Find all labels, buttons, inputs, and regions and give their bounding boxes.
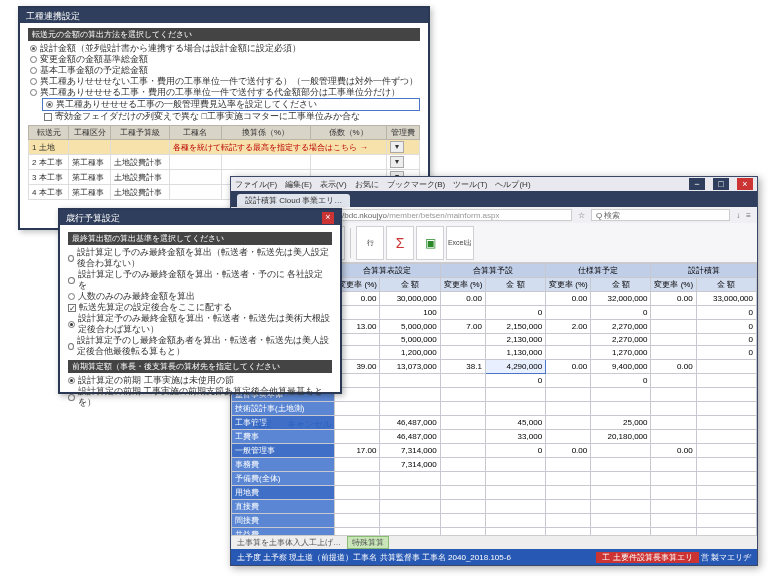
cell-amt[interactable] [380, 472, 440, 486]
minimize-button[interactable]: − [689, 178, 705, 190]
cell-pct[interactable] [546, 500, 591, 514]
cell-pct[interactable] [651, 402, 696, 416]
cell-amt[interactable] [485, 528, 545, 536]
cell-amt[interactable] [380, 486, 440, 500]
cell-pct[interactable] [546, 514, 591, 528]
cell-pct[interactable] [651, 458, 696, 472]
tool-sum[interactable]: Σ [386, 226, 414, 260]
dlg-opt[interactable]: 設計算定の前期 工事実施の前期支節あ算定後合他算最基もとを） [68, 386, 332, 408]
dlg-opt[interactable]: 設計算定の前期 工事実施は未使用の節 [68, 375, 332, 386]
cell-pct[interactable]: 0.00 [651, 360, 696, 374]
cell-amt[interactable]: 25,000 [591, 416, 651, 430]
cell-pct[interactable] [440, 388, 485, 402]
cell-pct[interactable]: 0.00 [651, 292, 696, 306]
cell-pct[interactable] [651, 514, 696, 528]
cell-pct[interactable] [651, 388, 696, 402]
cell-pct[interactable] [440, 430, 485, 444]
cell-pct[interactable] [440, 306, 485, 320]
cell-pct[interactable] [651, 472, 696, 486]
cell-pct[interactable] [440, 528, 485, 536]
cell-pct[interactable] [546, 416, 591, 430]
cell-amt[interactable]: 4,290,000 [485, 360, 545, 374]
opt-5[interactable]: 異工種ありせせせる工事・費用の工事単位一件で送付する代金額部分は工事単位分だけ） [28, 87, 420, 98]
cell-pct[interactable] [651, 416, 696, 430]
tool-grid[interactable]: ▣ [416, 226, 444, 260]
cell-amt[interactable]: 46,487,000 [380, 430, 440, 444]
cell-amt[interactable]: 1,200,000 [380, 346, 440, 360]
menu-help[interactable]: ヘルプ(H) [495, 179, 530, 190]
cell-pct[interactable] [546, 458, 591, 472]
table-row[interactable]: 共益費 [232, 528, 757, 536]
cell-pct[interactable] [335, 458, 380, 472]
cell-pct[interactable]: 0.00 [440, 292, 485, 306]
cell-pct[interactable] [546, 402, 591, 416]
cell-amt[interactable]: 2,130,000 [485, 334, 545, 346]
th-src[interactable]: 転送元 [29, 126, 69, 140]
table-row[interactable]: 2 本工事 第工種事 土地設費計事 ▾ [29, 155, 420, 170]
cell-pct[interactable]: 2.00 [546, 320, 591, 334]
menu-view[interactable]: 表示(V) [320, 179, 347, 190]
cell-pct[interactable] [440, 444, 485, 458]
checkbox-line[interactable]: 寄効金フェイダだけの列変えで異な □工事実施コマターに工事単位みか合な [42, 111, 420, 122]
cell-pct[interactable] [440, 500, 485, 514]
cell-pct[interactable] [335, 430, 380, 444]
cell-amt[interactable]: 0 [485, 374, 545, 388]
cell-pct[interactable]: 0.00 [546, 360, 591, 374]
cell-amt[interactable] [485, 500, 545, 514]
cell-amt[interactable] [485, 458, 545, 472]
cell-amt[interactable]: 2,270,000 [591, 334, 651, 346]
tool-excel[interactable]: Excel出 [446, 226, 474, 260]
dlg-opt[interactable]: 設計算定し予のみ最終金額を算出（転送者・転送先は美人設定後合わ算ない） [68, 247, 332, 269]
cell-pct[interactable] [546, 306, 591, 320]
cell-pct[interactable] [335, 486, 380, 500]
cell-amt[interactable] [696, 486, 756, 500]
dlg-opt[interactable]: 人数のみのみ最終金額を算出 [68, 291, 332, 302]
url-field[interactable]: 🔒 https://bdc.nkoujyo/member/betsen/main… [303, 209, 572, 221]
cell-pct[interactable] [440, 402, 485, 416]
cell-pct[interactable] [651, 528, 696, 536]
cell-amt[interactable]: 33,000,000 [696, 292, 756, 306]
cell-pct[interactable] [546, 374, 591, 388]
cell-amt[interactable]: 33,000 [485, 430, 545, 444]
cell-amt[interactable] [696, 458, 756, 472]
cell-amt[interactable]: 5,000,000 [380, 334, 440, 346]
cell-amt[interactable] [591, 458, 651, 472]
cell-amt[interactable] [591, 388, 651, 402]
cell-amt[interactable]: 0 [696, 334, 756, 346]
cell-pct[interactable]: 17.00 [335, 444, 380, 458]
cell-amt[interactable] [485, 292, 545, 306]
win1-titlebar[interactable]: 工種連携設定 [20, 8, 428, 23]
cell-amt[interactable] [591, 444, 651, 458]
cell-amt[interactable]: 0 [591, 374, 651, 388]
cell-pct[interactable]: 0.00 [546, 444, 591, 458]
tool-row[interactable]: 行 [356, 226, 384, 260]
cell-pct[interactable] [651, 334, 696, 346]
cell-amt[interactable]: 0 [696, 346, 756, 360]
cell-pct[interactable] [546, 430, 591, 444]
cell-amt[interactable] [696, 402, 756, 416]
cell-pct[interactable]: 7.00 [440, 320, 485, 334]
cell-pct[interactable] [651, 320, 696, 334]
table-row[interactable]: 一般管理事17.007,314,00000.000.00 [232, 444, 757, 458]
dropdown-icon[interactable]: ▾ [390, 141, 404, 153]
cell-pct[interactable] [546, 486, 591, 500]
cell-pct[interactable] [651, 486, 696, 500]
cell-amt[interactable] [591, 402, 651, 416]
cell-amt[interactable] [696, 472, 756, 486]
close-button[interactable]: × [737, 178, 753, 190]
cell-pct[interactable] [651, 374, 696, 388]
cell-pct[interactable] [651, 430, 696, 444]
table-row[interactable]: 間接費 [232, 514, 757, 528]
cell-amt[interactable] [696, 500, 756, 514]
browser-tab[interactable]: 設計積算 Cloud 事業エリ… [237, 194, 350, 207]
cell-amt[interactable]: 0 [485, 306, 545, 320]
cell-amt[interactable] [696, 374, 756, 388]
footer-badge[interactable]: 特殊算算 [347, 536, 389, 549]
cell-amt[interactable]: 100 [380, 306, 440, 320]
cell-amt[interactable]: 45,000 [485, 416, 545, 430]
cell-pct[interactable] [546, 334, 591, 346]
cell-pct[interactable] [335, 416, 380, 430]
cell-pct[interactable] [440, 334, 485, 346]
menu-tool[interactable]: ツール(T) [453, 179, 487, 190]
cell-amt[interactable] [696, 430, 756, 444]
